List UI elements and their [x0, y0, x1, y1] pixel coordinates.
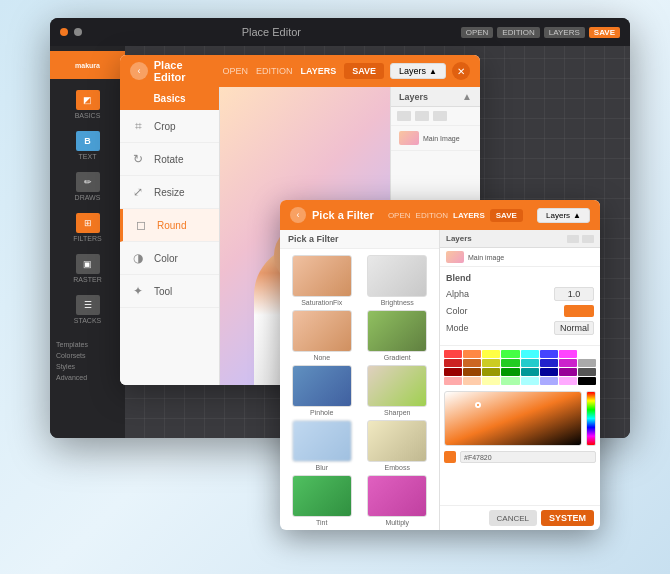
color-swatch-darkred2[interactable]: [444, 368, 462, 376]
place-editor-close-btn[interactable]: ✕: [452, 62, 470, 80]
blend-color-swatch[interactable]: [564, 305, 594, 317]
color-swatch-white[interactable]: [578, 350, 596, 358]
sidebar-link-templates[interactable]: Templates: [56, 341, 119, 348]
filter-thumb-sharpen[interactable]: Sharpen: [362, 365, 434, 416]
color-swatch-darkyellow[interactable]: [482, 359, 500, 367]
gradient-cursor: [475, 402, 481, 408]
layer-thumbnail: [399, 131, 419, 145]
fp-save-btn[interactable]: SAVE: [490, 209, 523, 222]
color-swatch-lightred[interactable]: [444, 377, 462, 385]
pe-layers-btn[interactable]: Layers ▲: [390, 63, 446, 79]
raster-icon: ▣: [76, 254, 100, 274]
color-swatch-red[interactable]: [444, 350, 462, 358]
sidebar-item-stacks[interactable]: ☰ STACKS: [50, 290, 125, 329]
basics-item-resize[interactable]: ⤢ Resize: [120, 176, 219, 209]
color-swatch-blue[interactable]: [540, 350, 558, 358]
color-swatch-olive[interactable]: [482, 368, 500, 376]
filter-confirm-btn[interactable]: SYSTEM: [541, 510, 594, 526]
color-swatch-darkorange[interactable]: [463, 359, 481, 367]
filter-thumb-gradient[interactable]: Gradient: [362, 310, 434, 361]
color-gradient-picker[interactable]: [444, 391, 582, 446]
color-swatch-navy[interactable]: [540, 368, 558, 376]
color-swatch-gray[interactable]: [578, 359, 596, 367]
color-swatch-teal[interactable]: [521, 368, 539, 376]
sidebar-item-filters[interactable]: ⊞ FILTERS: [50, 208, 125, 247]
basics-item-crop[interactable]: ⌗ Crop: [120, 110, 219, 143]
sidebar-item-text[interactable]: B TEXT: [50, 126, 125, 165]
fp-layer-tool-1[interactable]: [567, 235, 579, 243]
basics-item-round[interactable]: ◻ Round: [120, 209, 219, 242]
layers-tool-1[interactable]: [397, 111, 411, 121]
fp-nav-edition[interactable]: EDITION: [416, 211, 448, 220]
color-swatch-green[interactable]: [501, 350, 519, 358]
fp-nav-open[interactable]: OPEN: [388, 211, 411, 220]
sidebar-item-draws[interactable]: ✏ DRAWS: [50, 167, 125, 206]
filter-thumb-pinhole[interactable]: Pinhole: [286, 365, 358, 416]
filter-thumb-saturation[interactable]: SaturationFix: [286, 255, 358, 306]
basics-header: Basics: [120, 87, 219, 110]
filter-thumb-emboss[interactable]: Emboss: [362, 420, 434, 471]
basics-item-tool[interactable]: ✦ Tool: [120, 275, 219, 308]
color-swatch-magenta[interactable]: [559, 350, 577, 358]
nav-layers[interactable]: LAYERS: [544, 27, 585, 38]
back-icon: ‹: [137, 66, 140, 76]
blend-mode-value[interactable]: Normal: [554, 321, 594, 335]
color-swatch-lightgreen[interactable]: [501, 377, 519, 385]
color-swatch-lightcyan[interactable]: [521, 377, 539, 385]
color-swatch-lightblue[interactable]: [540, 377, 558, 385]
titlebar-dot-orange: [60, 28, 68, 36]
blend-alpha-value[interactable]: 1.0: [554, 287, 594, 301]
filter-picker-back-btn[interactable]: ‹: [290, 207, 306, 223]
pe-save-btn[interactable]: SAVE: [344, 63, 384, 79]
pe-nav-open[interactable]: OPEN: [223, 66, 249, 76]
sidebar-link-styles[interactable]: Styles: [56, 363, 119, 370]
pe-nav-edition[interactable]: EDITION: [256, 66, 293, 76]
place-editor-back-btn[interactable]: ‹: [130, 62, 148, 80]
filter-label-blur: Blur: [316, 464, 328, 471]
layers-tool-2[interactable]: [415, 111, 429, 121]
color-swatch-darkmagenta[interactable]: [559, 359, 577, 367]
hex-input[interactable]: #F47820: [460, 451, 596, 463]
color-swatch-black[interactable]: [578, 377, 596, 385]
filter-cancel-btn[interactable]: CANCEL: [489, 510, 537, 526]
sidebar-item-raster[interactable]: ▣ RASTER: [50, 249, 125, 288]
titlebar-dot-gray: [74, 28, 82, 36]
color-swatch-darkred[interactable]: [444, 359, 462, 367]
nav-edition[interactable]: EDITION: [497, 27, 539, 38]
fp-layers-btn[interactable]: Layers ▲: [537, 208, 590, 223]
filter-grid: SaturationFix Brightness None Gradient P…: [280, 249, 439, 530]
layers-collapse-icon[interactable]: ▲: [462, 91, 472, 102]
sidebar-link-colorsets[interactable]: Colorsets: [56, 352, 119, 359]
nav-open[interactable]: OPEN: [461, 27, 494, 38]
sidebar-link-advanced[interactable]: Advanced: [56, 374, 119, 381]
color-swatch-darkgreen2[interactable]: [501, 368, 519, 376]
color-swatch-lightyellow[interactable]: [482, 377, 500, 385]
color-swatch-darkcyan[interactable]: [521, 359, 539, 367]
filter-thumb-tint[interactable]: Tint: [286, 475, 358, 526]
color-swatch-purple[interactable]: [559, 368, 577, 376]
pe-nav-layers[interactable]: LAYERS: [301, 66, 337, 76]
color-swatch-lightmagenta[interactable]: [559, 377, 577, 385]
filter-thumb-multiply[interactable]: Multiply: [362, 475, 434, 526]
fp-layer-tool-2[interactable]: [582, 235, 594, 243]
color-swatch-darkgreen[interactable]: [501, 359, 519, 367]
hue-spectrum-bar[interactable]: [586, 391, 596, 446]
color-swatch-orange[interactable]: [463, 350, 481, 358]
basics-item-color[interactable]: ◑ Color: [120, 242, 219, 275]
fp-nav-layers[interactable]: LAYERS: [453, 211, 485, 220]
color-swatch-peach[interactable]: [463, 377, 481, 385]
filter-label-brightness: Brightness: [381, 299, 414, 306]
filter-thumb-blur[interactable]: Blur: [286, 420, 358, 471]
color-swatch-darkgray[interactable]: [578, 368, 596, 376]
filter-thumb-none[interactable]: None: [286, 310, 358, 361]
layer-item-main[interactable]: Main Image: [391, 126, 480, 151]
color-swatch-brown[interactable]: [463, 368, 481, 376]
color-swatch-cyan[interactable]: [521, 350, 539, 358]
sidebar-item-basics[interactable]: ◩ BASICS: [50, 85, 125, 124]
basics-item-rotate[interactable]: ↻ Rotate: [120, 143, 219, 176]
filter-thumb-brightness[interactable]: Brightness: [362, 255, 434, 306]
nav-save[interactable]: SAVE: [589, 27, 620, 38]
color-swatch-yellow[interactable]: [482, 350, 500, 358]
color-swatch-darkblue[interactable]: [540, 359, 558, 367]
layers-tool-3[interactable]: [433, 111, 447, 121]
